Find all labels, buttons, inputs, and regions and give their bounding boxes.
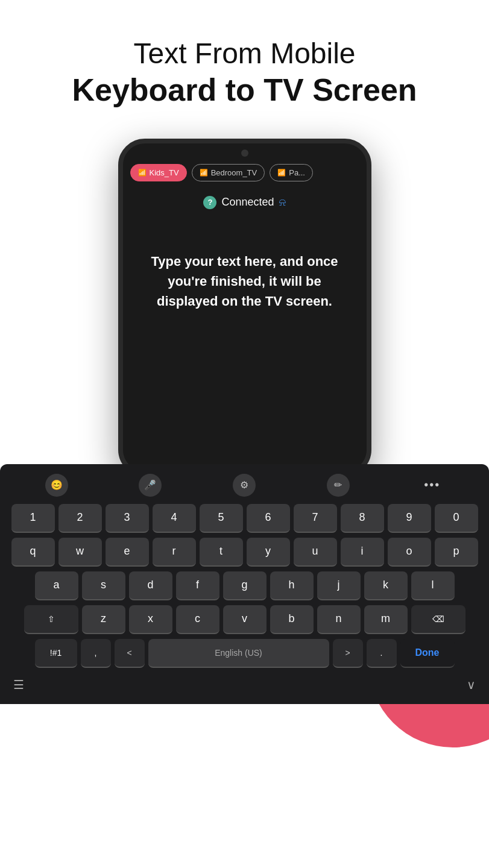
number-row: 1 2 3 4 5 6 7 8 9 0 xyxy=(4,504,485,533)
key-q[interactable]: q xyxy=(11,538,55,567)
special-chars-label: !#1 xyxy=(50,648,62,658)
connected-label: Connected xyxy=(221,196,274,209)
keyboard-section: 😊 🎤 ⚙ ✏ ••• 1 2 3 4 5 6 7 8 9 0 xyxy=(0,464,489,704)
qwerty-row: q w e r t y u i o p xyxy=(4,538,485,567)
key-g[interactable]: g xyxy=(223,571,267,600)
special-chars-button[interactable]: !#1 xyxy=(35,639,77,668)
wifi-icon-partial: 📶 xyxy=(277,169,286,177)
key-h[interactable]: h xyxy=(270,571,314,600)
tv-tab-partial[interactable]: 📶 Pa... xyxy=(270,164,313,181)
key-0[interactable]: 0 xyxy=(435,504,478,533)
key-u[interactable]: u xyxy=(294,538,337,567)
key-k[interactable]: k xyxy=(364,571,408,600)
nav-right-button[interactable]: > xyxy=(333,639,363,668)
tv-tabs: 📶 Kids_TV 📶 Bedroom_TV 📶 Pa... xyxy=(123,156,367,186)
key-a[interactable]: a xyxy=(35,571,78,600)
connected-status-row: ? Connected ⍾ xyxy=(123,196,367,209)
key-e[interactable]: e xyxy=(106,538,149,567)
key-w[interactable]: w xyxy=(58,538,102,567)
key-z[interactable]: z xyxy=(82,605,125,634)
key-r[interactable]: r xyxy=(153,538,196,567)
tv-tab-kids[interactable]: 📶 Kids_TV xyxy=(130,164,187,181)
keyboard-bottom-bar: ☰ ∨ xyxy=(4,673,485,692)
header-line2: Keyboard to TV Screen xyxy=(0,71,489,108)
key-9[interactable]: 9 xyxy=(388,504,431,533)
key-v[interactable]: v xyxy=(223,605,267,634)
key-5[interactable]: 5 xyxy=(200,504,243,533)
wifi-icon-kids: 📶 xyxy=(138,169,147,177)
spacebar-label: English (US) xyxy=(215,648,262,658)
mic-icon: 🎤 xyxy=(144,479,156,491)
key-y[interactable]: y xyxy=(247,538,290,567)
key-l[interactable]: l xyxy=(411,571,455,600)
key-m[interactable]: m xyxy=(364,605,408,634)
pen-button[interactable]: ✏ xyxy=(327,474,350,497)
key-7[interactable]: 7 xyxy=(294,504,337,533)
phone-body-text-area: Type your text here, and once you're fin… xyxy=(123,215,367,329)
key-4[interactable]: 4 xyxy=(153,504,196,533)
wifi-icon-bedroom: 📶 xyxy=(200,169,208,177)
bluetooth-icon: ⍾ xyxy=(279,196,286,209)
tv-tab-partial-label: Pa... xyxy=(289,168,305,177)
key-c[interactable]: c xyxy=(176,605,219,634)
phone-container: 📶 Kids_TV 📶 Bedroom_TV 📶 Pa... ? Connect… xyxy=(0,139,489,476)
key-d[interactable]: d xyxy=(129,571,172,600)
tv-tab-bedroom[interactable]: 📶 Bedroom_TV xyxy=(192,164,265,181)
key-o[interactable]: o xyxy=(388,538,431,567)
more-button[interactable]: ••• xyxy=(420,478,444,492)
key-t[interactable]: t xyxy=(200,538,243,567)
key-b[interactable]: b xyxy=(270,605,314,634)
emoji-icon: 😊 xyxy=(51,479,63,491)
mic-button[interactable]: 🎤 xyxy=(139,474,162,497)
emoji-button[interactable]: 😊 xyxy=(45,474,68,497)
key-8[interactable]: 8 xyxy=(341,504,384,533)
backspace-icon: ⌫ xyxy=(432,614,444,624)
settings-icon: ⚙ xyxy=(240,479,248,491)
question-circle-icon: ? xyxy=(203,196,216,209)
settings-button[interactable]: ⚙ xyxy=(233,474,256,497)
spacebar[interactable]: English (US) xyxy=(148,639,329,668)
key-x[interactable]: x xyxy=(129,605,172,634)
header: Text From Mobile Keyboard to TV Screen xyxy=(0,0,489,121)
keyboard-hide-icon[interactable]: ∨ xyxy=(467,678,476,692)
nav-left-button[interactable]: < xyxy=(115,639,145,668)
comma-key[interactable]: , xyxy=(81,639,111,668)
shift-icon: ⇧ xyxy=(48,614,55,624)
phone-mockup: 📶 Kids_TV 📶 Bedroom_TV 📶 Pa... ? Connect… xyxy=(118,139,371,476)
key-2[interactable]: 2 xyxy=(58,504,102,533)
phone-camera xyxy=(241,149,248,157)
pen-icon: ✏ xyxy=(334,479,342,491)
done-label: Done xyxy=(415,647,440,658)
key-f[interactable]: f xyxy=(176,571,219,600)
backspace-button[interactable]: ⌫ xyxy=(411,605,465,634)
key-j[interactable]: j xyxy=(317,571,361,600)
key-p[interactable]: p xyxy=(435,538,478,567)
tv-tab-kids-label: Kids_TV xyxy=(150,168,179,177)
keyboard: 😊 🎤 ⚙ ✏ ••• 1 2 3 4 5 6 7 8 9 0 xyxy=(0,464,489,704)
key-s[interactable]: s xyxy=(82,571,125,600)
shift-button[interactable]: ⇧ xyxy=(24,605,78,634)
tv-tab-bedroom-label: Bedroom_TV xyxy=(211,168,257,177)
done-button[interactable]: Done xyxy=(400,639,455,668)
key-3[interactable]: 3 xyxy=(106,504,149,533)
phone-body-text: Type your text here, and once you're fin… xyxy=(141,251,349,311)
key-6[interactable]: 6 xyxy=(247,504,290,533)
asdf-row: a s d f g h j k l xyxy=(4,571,485,600)
bottom-row: !#1 , < English (US) > . Done xyxy=(4,639,485,668)
keyboard-grid-icon[interactable]: ☰ xyxy=(13,678,24,692)
zxcv-row: ⇧ z x c v b n m ⌫ xyxy=(4,605,485,634)
key-1[interactable]: 1 xyxy=(11,504,55,533)
header-line1: Text From Mobile xyxy=(0,36,489,71)
key-n[interactable]: n xyxy=(317,605,361,634)
key-i[interactable]: i xyxy=(341,538,384,567)
period-key[interactable]: . xyxy=(367,639,397,668)
keyboard-toolbar: 😊 🎤 ⚙ ✏ ••• xyxy=(4,470,485,504)
